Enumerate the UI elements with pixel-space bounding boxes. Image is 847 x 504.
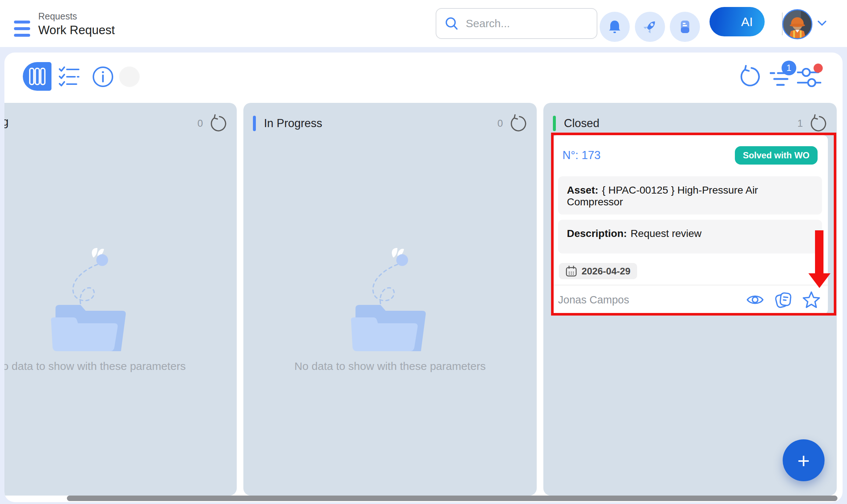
document-icon <box>677 19 693 35</box>
annotation-arrow-head <box>808 273 830 288</box>
favorite-star-button[interactable] <box>802 291 821 309</box>
menu-icon[interactable] <box>14 21 30 37</box>
description-label: Description: <box>567 228 627 239</box>
view-list-button[interactable] <box>58 66 80 89</box>
horizontal-scrollbar[interactable] <box>67 496 837 501</box>
plus-icon: + <box>797 448 810 473</box>
column-count: 1 <box>797 118 803 129</box>
request-number[interactable]: N°: 173 <box>562 149 601 162</box>
refresh-column-icon[interactable] <box>809 114 827 133</box>
notifications-button[interactable] <box>600 12 630 42</box>
description-value: Request review <box>630 228 701 239</box>
rocket-icon <box>641 18 659 36</box>
notes-button[interactable] <box>670 12 700 42</box>
settings-alert-dot <box>814 64 823 73</box>
app-header: Requests Work Request <box>0 0 847 47</box>
column-accent-bar <box>553 116 556 131</box>
column-count: 0 <box>197 118 203 129</box>
search-box[interactable] <box>436 8 597 39</box>
column-title: Closed <box>564 117 600 130</box>
view-request-button[interactable] <box>746 293 764 306</box>
column-accent-bar <box>253 116 256 131</box>
annotation-arrow <box>815 230 823 274</box>
hidden-toolbar-button <box>119 66 140 87</box>
column-header: Closed 1 <box>543 109 837 137</box>
avatar[interactable] <box>782 9 812 39</box>
request-date: 2026-04-29 <box>582 266 630 277</box>
requester-name: Jonas Campos <box>558 294 629 306</box>
board-panel: 1 g 0 <box>4 53 843 502</box>
asset-section: Asset:{ HPAC-00125 } High-Pressure Air C… <box>558 176 822 215</box>
empty-state-text: No data to show with these parameters <box>4 360 237 372</box>
kanban-columns-icon <box>28 67 47 86</box>
empty-state-text: No data to show with these parameters <box>243 360 537 372</box>
search-icon <box>444 15 460 32</box>
view-kanban-button[interactable] <box>23 62 51 91</box>
kanban-column-cutoff: g 0 No data to show with <box>4 103 237 496</box>
bell-icon <box>606 18 623 35</box>
page-title-block: Requests Work Request <box>38 11 115 37</box>
ai-button[interactable]: AI <box>710 7 765 36</box>
assistant-button[interactable] <box>635 12 665 42</box>
column-title: In Progress <box>264 117 322 130</box>
status-badge: Solved with WO <box>735 146 818 165</box>
related-documents-button[interactable] <box>773 290 793 309</box>
column-header: In Progress 0 <box>243 109 537 137</box>
refresh-column-icon[interactable] <box>209 114 227 133</box>
page-title: Work Request <box>38 23 115 37</box>
account-chevron-down-icon[interactable] <box>816 19 828 29</box>
description-section: Description:Request review <box>558 220 822 253</box>
empty-folder-illustration <box>342 248 438 356</box>
add-request-button[interactable]: + <box>783 439 825 481</box>
work-request-card[interactable]: N°: 173 Solved with WO Asset:{ HPAC-0012… <box>552 135 828 314</box>
card-divider <box>552 285 828 285</box>
column-count: 0 <box>497 118 503 129</box>
empty-folder-illustration <box>42 248 138 356</box>
date-chip: 2026-04-29 <box>559 263 637 279</box>
column-header: g 0 <box>4 109 237 137</box>
breadcrumb: Requests <box>38 11 115 22</box>
asset-label: Asset: <box>567 184 598 196</box>
refresh-column-icon[interactable] <box>509 114 527 133</box>
filter-count-badge: 1 <box>782 61 796 75</box>
calendar-icon <box>565 265 577 277</box>
column-title: g <box>4 115 8 129</box>
search-input[interactable] <box>466 17 589 30</box>
kanban-column-in-progress: In Progress 0 No data to <box>243 103 537 496</box>
info-button[interactable] <box>92 66 114 89</box>
refresh-board-button[interactable] <box>738 65 761 89</box>
kanban-column-closed: Closed 1 N°: 173 Solved with WO Asset:{ … <box>543 103 837 496</box>
